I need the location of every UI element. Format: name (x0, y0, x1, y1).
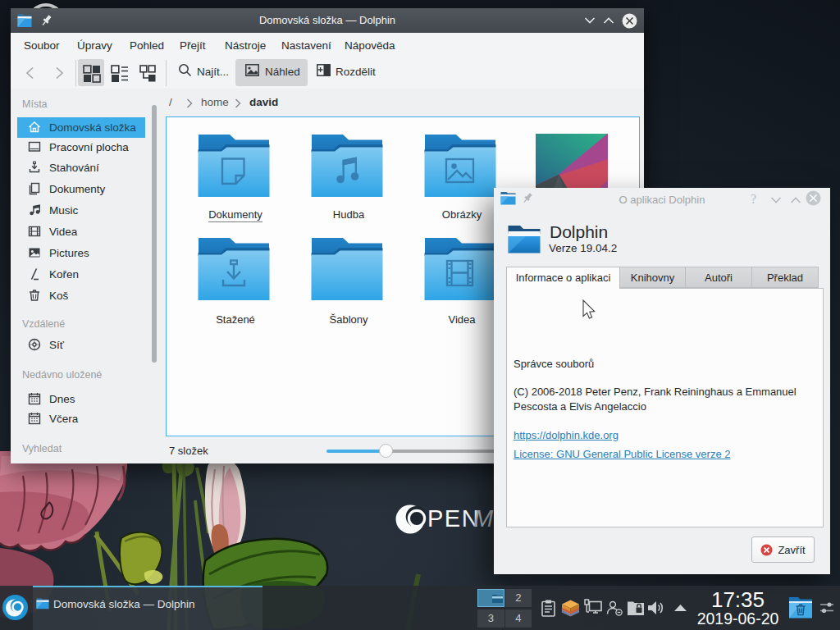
svg-text:PEN: PEN (427, 505, 480, 532)
svg-text:M: M (473, 505, 494, 532)
